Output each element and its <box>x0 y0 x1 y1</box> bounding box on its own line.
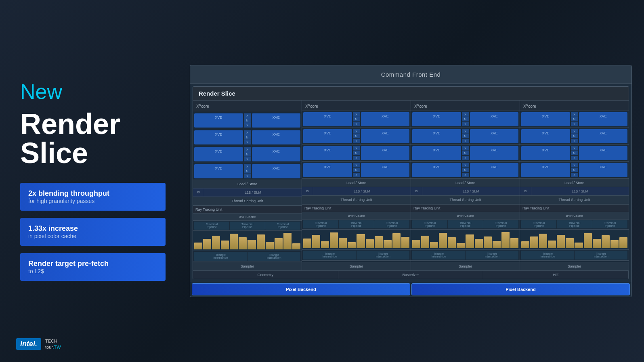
feature-title-3: Render target pre-fetch <box>28 259 157 268</box>
xve-row-1-1: XVE XMX XVE <box>193 112 302 129</box>
traversal-1: TraversalPipeline TraversalPipeline Trav… <box>193 221 302 231</box>
sampler-2: Sampler <box>302 262 411 270</box>
xve-row-1-3: XVE XMX XVE <box>193 146 302 163</box>
xve-right: XVE <box>252 113 301 128</box>
xe-core-4: Xecore XVE XMX XVE XVE XMX XVE XVE XMX <box>520 100 629 262</box>
architecture-diagram: Command Front End Render Slice Xecore XV… <box>190 65 632 297</box>
xe-core-label-1: Xecore <box>193 100 302 112</box>
sampler-row: Sampler Sampler Sampler Sampler <box>193 262 629 270</box>
sampler-1: Sampler <box>193 262 302 270</box>
right-panel: Command Front End Render Slice Xecore XV… <box>186 0 644 362</box>
tsu-1: Thread Sorting Unit <box>193 197 302 205</box>
xve-left: XVE <box>194 113 243 128</box>
xve-row-1-2: XVE XMX XVE <box>193 129 302 146</box>
command-front-end: Command Front End <box>190 65 631 84</box>
feature-card-2: 1.33x increase in pixel color cache <box>20 218 166 246</box>
render-slice-header: Render Slice <box>193 87 629 100</box>
feature-subtitle-2: in pixel color cache <box>28 233 157 239</box>
new-label: New <box>20 81 166 102</box>
pixel-backend-row: Pixel Backend Pixel Backend <box>190 282 631 297</box>
tech-badge: TECHtour.TW <box>45 338 61 350</box>
xe-core-2: Xecore XVE XMX XVE XVE XMX XVE XVE XMX <box>302 100 411 262</box>
feature-subtitle-1: for high granularity passes <box>28 198 157 204</box>
left-panel: New Render Slice 2x blending throughput … <box>0 0 186 362</box>
feature-card-3: Render target pre-fetch to L2$ <box>20 253 166 281</box>
feature-subtitle-3: to L2$ <box>28 268 157 274</box>
intel-logo-area: intel. TECHtour.TW <box>16 338 61 350</box>
feature-card-1: 2x blending throughput for high granular… <box>20 183 166 211</box>
l1slm-1: L1$ / SLM <box>204 188 302 197</box>
bars-1 <box>193 231 302 251</box>
bvh-1: BVH Cache <box>193 213 302 221</box>
triangle-1: TriangleIntersection TriangleIntersectio… <box>193 251 302 262</box>
xe-cores-row: Xecore XVE XMX XVE XVE XMX XVE XVE <box>193 100 629 262</box>
xe-core-1: Xecore XVE XMX XVE XVE XMX XVE XVE <box>193 100 302 262</box>
feature-title-1: 2x blending throughput <box>28 189 157 198</box>
rt-block-1: Ray Tracing Unit BVH Cache TraversalPipe… <box>193 205 302 262</box>
sampler-3: Sampler <box>411 262 520 270</box>
xe-core-3: Xecore XVE XMX XVE XVE XMX XVE XVE XMX <box>411 100 520 262</box>
xe-core-label-2: Xecore <box>302 100 411 111</box>
feature-title-2: 1.33x increase <box>28 224 157 233</box>
xve-row-1-4: XVE XMX XVE <box>193 163 302 180</box>
intel-logo: intel. <box>16 338 41 350</box>
load-store-1: Load / Store <box>193 180 302 188</box>
sampler-4: Sampler <box>520 262 629 270</box>
pixel-backend-1: Pixel Backend <box>192 283 410 295</box>
geo-rast-row: Geometry Rasterizer HiZ <box>193 270 629 279</box>
is-cell-1: I$ <box>193 188 204 197</box>
rt-label-1: Ray Tracing Unit <box>193 206 302 213</box>
hiz-cell: HiZ <box>483 270 629 279</box>
pixel-backend-2: Pixel Backend <box>411 283 630 295</box>
rasterizer-cell: Rasterizer <box>338 270 484 279</box>
page-title: Render Slice <box>20 109 166 167</box>
render-slice-container: Render Slice Xecore XVE XMX XVE XVE <box>193 86 629 279</box>
is-l1slm-1: I$ L1$ / SLM <box>193 188 302 197</box>
geometry-cell: Geometry <box>193 270 338 279</box>
